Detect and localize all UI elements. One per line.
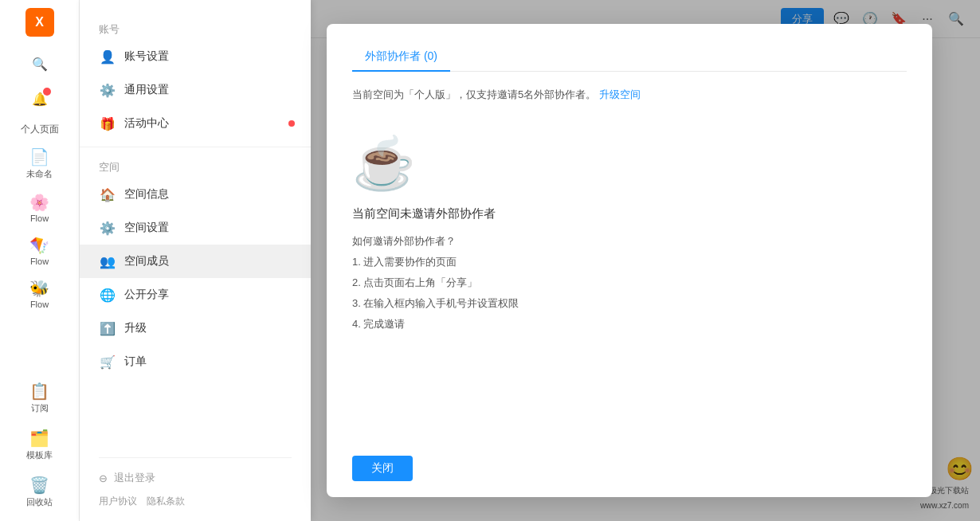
menu-item-space-info[interactable]: 🏠 空间信息 — [80, 178, 311, 211]
account-settings-icon: 👤 — [99, 48, 116, 65]
flow1-icon: 🌸 — [29, 193, 49, 212]
modal-tab-bar: 外部协作者 (0) — [352, 43, 907, 72]
space-settings-label: 空间设置 — [124, 221, 169, 235]
account-section-title: 账号 — [80, 16, 311, 40]
orders-icon: 📋 — [29, 382, 49, 401]
step-2: 2. 点击页面右上角「分享」 — [352, 272, 519, 293]
main-area: ← → 未命名思维导图 分享 💬 🕐 🔖 ··· 🔍 账号 👤 账号设 — [80, 0, 980, 521]
flow2-label: Flow — [30, 257, 49, 266]
external-collaborators-tab[interactable]: 外部协作者 (0) — [352, 43, 450, 72]
menu-item-space-members[interactable]: 👥 空间成员 — [80, 245, 311, 278]
sidebar-item-flow1[interactable]: 🌸 Flow — [8, 188, 72, 228]
space-info-label: 空间信息 — [124, 187, 169, 202]
personal-page-label: 个人页面 — [18, 123, 62, 136]
modal-body: 外部协作者 (0) 当前空间为「个人版」，仅支持邀请5名外部协作者。 升级空间 … — [327, 24, 932, 446]
sidebar: X 🔍 🔔 个人页面 📄 未命名 🌸 Flow 🪁 Flow 🐝 Flow 📋 … — [0, 0, 80, 521]
sidebar-templates-button[interactable]: 🗂️ 模板库 — [8, 424, 72, 466]
menu-divider-1 — [80, 147, 311, 147]
upgrade-icon: ⬆️ — [99, 319, 116, 337]
app-logo[interactable]: X — [25, 8, 54, 37]
templates-icon: 🗂️ — [29, 429, 49, 448]
how-to-label: 如何邀请外部协作者？ — [352, 231, 519, 252]
logout-label: 退出登录 — [114, 471, 155, 485]
activity-center-icon: 🎁 — [99, 115, 116, 132]
orders-menu-icon: 🛒 — [99, 353, 116, 370]
space-members-label: 空间成员 — [124, 254, 169, 268]
trash-icon: 🗑️ — [29, 476, 49, 495]
menu-item-activity-center[interactable]: 🎁 活动中心 — [80, 107, 311, 140]
activity-center-label: 活动中心 — [124, 116, 169, 131]
menu-bottom: ⊖ 退出登录 用户协议 隐私条款 — [80, 451, 311, 508]
menu-item-general-settings[interactable]: ⚙️ 通用设置 — [80, 73, 311, 107]
menu-divider-2 — [99, 457, 292, 458]
search-button[interactable]: 🔍 — [25, 49, 54, 78]
step-3: 3. 在输入框内输入手机号并设置权限 — [352, 293, 519, 314]
menu-item-space-settings[interactable]: ⚙️ 空间设置 — [80, 211, 311, 245]
step-4: 4. 完成邀请 — [352, 314, 519, 335]
notification-badge — [43, 88, 51, 96]
empty-state-title: 当前空间未邀请外部协作者 — [352, 206, 496, 221]
step-1: 1. 进入需要协作的页面 — [352, 252, 519, 272]
sidebar-orders-button[interactable]: 📋 订阅 — [8, 377, 72, 419]
general-settings-icon: ⚙️ — [99, 81, 116, 99]
modal-info-text: 当前空间为「个人版」，仅支持邀请5名外部协作者。 升级空间 — [352, 88, 907, 102]
privacy-policy-link[interactable]: 隐私条款 — [147, 495, 185, 508]
public-share-label: 公开分享 — [124, 288, 169, 302]
empty-state-description: 如何邀请外部协作者？ 1. 进入需要协作的页面 2. 点击页面右上角「分享」 3… — [352, 231, 519, 335]
upgrade-space-link[interactable]: 升级空间 — [599, 88, 641, 100]
modal-dialog: 外部协作者 (0) 当前空间为「个人版」，仅支持邀请5名外部协作者。 升级空间 … — [327, 24, 932, 497]
user-agreement-link[interactable]: 用户协议 — [99, 495, 137, 508]
account-settings-label: 账号设置 — [124, 49, 169, 64]
flow3-icon: 🐝 — [29, 279, 49, 298]
logout-button[interactable]: ⊖ 退出登录 — [99, 464, 292, 492]
templates-label: 模板库 — [26, 449, 53, 461]
activity-center-dot — [288, 120, 295, 127]
close-button[interactable]: 关闭 — [352, 456, 413, 481]
menu-item-public-share[interactable]: 🌐 公开分享 — [80, 278, 311, 311]
sidebar-item-page1[interactable]: 📄 未命名 — [8, 143, 72, 185]
sidebar-item-flow2[interactable]: 🪁 Flow — [8, 231, 72, 271]
flow2-icon: 🪁 — [29, 236, 49, 255]
public-share-icon: 🌐 — [99, 286, 116, 304]
empty-state-icon: ☕ — [352, 134, 416, 194]
flow3-label: Flow — [30, 300, 49, 309]
orders-label: 订阅 — [31, 402, 49, 414]
orders-menu-label: 订单 — [124, 355, 147, 369]
logout-icon: ⊖ — [99, 472, 108, 484]
menu-item-orders[interactable]: 🛒 订单 — [80, 345, 311, 378]
notification-bell[interactable]: 🔔 — [25, 84, 54, 113]
menu-links: 用户协议 隐私条款 — [99, 492, 292, 508]
modal-footer: 关闭 — [327, 446, 932, 497]
empty-state: ☕ 当前空间未邀请外部协作者 如何邀请外部协作者？ 1. 进入需要协作的页面 2… — [352, 118, 907, 351]
sidebar-trash-button[interactable]: 🗑️ 回收站 — [8, 471, 72, 513]
space-settings-icon: ⚙️ — [99, 219, 116, 237]
upgrade-label: 升级 — [124, 321, 147, 335]
app-container: X 🔍 🔔 个人页面 📄 未命名 🌸 Flow 🪁 Flow 🐝 Flow 📋 … — [0, 0, 980, 521]
trash-label: 回收站 — [26, 496, 53, 508]
page1-icon: 📄 — [29, 147, 49, 166]
space-info-icon: 🏠 — [99, 186, 116, 203]
sidebar-item-flow3[interactable]: 🐝 Flow — [8, 274, 72, 314]
left-menu-panel: 账号 👤 账号设置 ⚙️ 通用设置 🎁 活动中心 空间 🏠 空间信息 — [80, 0, 311, 521]
general-settings-label: 通用设置 — [124, 83, 169, 97]
space-section-title: 空间 — [80, 154, 311, 178]
menu-item-account-settings[interactable]: 👤 账号设置 — [80, 40, 311, 73]
page1-label: 未命名 — [26, 168, 53, 180]
flow1-label: Flow — [30, 213, 49, 223]
sidebar-bottom: 📋 订阅 🗂️ 模板库 🗑️ 回收站 — [8, 377, 72, 521]
menu-item-upgrade[interactable]: ⬆️ 升级 — [80, 311, 311, 345]
space-members-icon: 👥 — [99, 253, 116, 270]
